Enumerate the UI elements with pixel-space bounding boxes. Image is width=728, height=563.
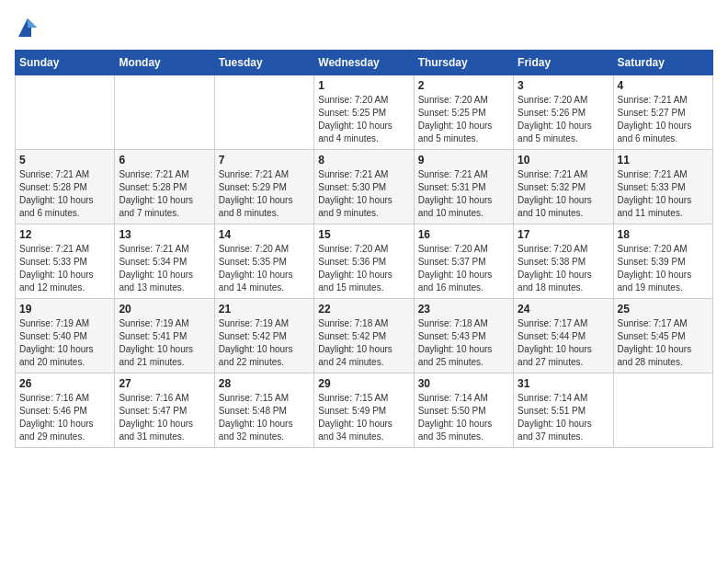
logo — [15, 15, 44, 40]
table-row: 4Sunrise: 7:21 AM Sunset: 5:27 PM Daylig… — [613, 75, 712, 150]
day-info: Sunrise: 7:21 AM Sunset: 5:31 PM Dayligh… — [418, 168, 509, 220]
day-number: 24 — [518, 303, 609, 316]
day-info: Sunrise: 7:17 AM Sunset: 5:45 PM Dayligh… — [618, 317, 709, 369]
day-info: Sunrise: 7:15 AM Sunset: 5:49 PM Dayligh… — [318, 392, 409, 443]
day-number: 21 — [219, 303, 310, 316]
day-info: Sunrise: 7:20 AM Sunset: 5:36 PM Dayligh… — [318, 243, 409, 294]
day-number: 29 — [318, 377, 409, 390]
day-info: Sunrise: 7:21 AM Sunset: 5:33 PM Dayligh… — [618, 168, 709, 220]
day-number: 6 — [119, 154, 210, 167]
day-number: 9 — [418, 154, 509, 167]
table-row: 2Sunrise: 7:20 AM Sunset: 5:25 PM Daylig… — [414, 75, 513, 150]
table-row — [613, 373, 712, 448]
table-row: 9Sunrise: 7:21 AM Sunset: 5:31 PM Daylig… — [414, 150, 513, 224]
day-number: 14 — [219, 228, 310, 241]
table-row: 19Sunrise: 7:19 AM Sunset: 5:40 PM Dayli… — [16, 299, 115, 373]
day-info: Sunrise: 7:20 AM Sunset: 5:26 PM Dayligh… — [518, 94, 609, 145]
day-info: Sunrise: 7:20 AM Sunset: 5:39 PM Dayligh… — [618, 243, 709, 294]
weekday-header-thursday: Thursday — [414, 51, 513, 75]
day-info: Sunrise: 7:21 AM Sunset: 5:33 PM Dayligh… — [19, 243, 110, 294]
day-info: Sunrise: 7:16 AM Sunset: 5:46 PM Dayligh… — [19, 392, 110, 443]
table-row: 27Sunrise: 7:16 AM Sunset: 5:47 PM Dayli… — [115, 373, 214, 448]
calendar-header: SundayMondayTuesdayWednesdayThursdayFrid… — [16, 51, 713, 75]
calendar-table: SundayMondayTuesdayWednesdayThursdayFrid… — [15, 50, 713, 448]
day-number: 30 — [418, 377, 509, 390]
table-row: 11Sunrise: 7:21 AM Sunset: 5:33 PM Dayli… — [613, 150, 712, 224]
day-info: Sunrise: 7:20 AM Sunset: 5:37 PM Dayligh… — [418, 243, 509, 294]
table-row: 29Sunrise: 7:15 AM Sunset: 5:49 PM Dayli… — [314, 373, 414, 448]
calendar-week-3: 12Sunrise: 7:21 AM Sunset: 5:33 PM Dayli… — [16, 224, 713, 299]
day-info: Sunrise: 7:18 AM Sunset: 5:43 PM Dayligh… — [418, 317, 509, 369]
calendar-week-4: 19Sunrise: 7:19 AM Sunset: 5:40 PM Dayli… — [16, 299, 713, 373]
day-info: Sunrise: 7:19 AM Sunset: 5:41 PM Dayligh… — [119, 317, 210, 369]
table-row — [115, 75, 214, 150]
weekday-header-sunday: Sunday — [16, 51, 115, 75]
day-number: 18 — [618, 228, 709, 241]
table-row: 10Sunrise: 7:21 AM Sunset: 5:32 PM Dayli… — [514, 150, 613, 224]
page-header — [15, 15, 713, 40]
day-number: 4 — [618, 79, 709, 92]
day-number: 10 — [518, 154, 609, 167]
weekday-header-saturday: Saturday — [613, 51, 712, 75]
day-number: 1 — [318, 79, 409, 92]
weekday-header-row: SundayMondayTuesdayWednesdayThursdayFrid… — [16, 51, 713, 75]
table-row: 24Sunrise: 7:17 AM Sunset: 5:44 PM Dayli… — [514, 299, 613, 373]
day-number: 15 — [318, 228, 409, 241]
table-row: 7Sunrise: 7:21 AM Sunset: 5:29 PM Daylig… — [214, 150, 313, 224]
day-number: 3 — [518, 79, 609, 92]
logo-icon — [15, 15, 40, 40]
weekday-header-monday: Monday — [115, 51, 214, 75]
table-row: 26Sunrise: 7:16 AM Sunset: 5:46 PM Dayli… — [16, 373, 115, 448]
day-info: Sunrise: 7:19 AM Sunset: 5:40 PM Dayligh… — [19, 317, 110, 369]
day-info: Sunrise: 7:14 AM Sunset: 5:51 PM Dayligh… — [518, 392, 609, 443]
day-info: Sunrise: 7:20 AM Sunset: 5:35 PM Dayligh… — [219, 243, 310, 294]
table-row: 12Sunrise: 7:21 AM Sunset: 5:33 PM Dayli… — [16, 224, 115, 299]
day-info: Sunrise: 7:17 AM Sunset: 5:44 PM Dayligh… — [518, 317, 609, 369]
table-row: 13Sunrise: 7:21 AM Sunset: 5:34 PM Dayli… — [115, 224, 214, 299]
calendar-body: 1Sunrise: 7:20 AM Sunset: 5:25 PM Daylig… — [16, 75, 713, 448]
day-number: 5 — [19, 154, 110, 167]
day-number: 8 — [318, 154, 409, 167]
day-info: Sunrise: 7:14 AM Sunset: 5:50 PM Dayligh… — [418, 392, 509, 443]
table-row: 15Sunrise: 7:20 AM Sunset: 5:36 PM Dayli… — [314, 224, 414, 299]
day-number: 27 — [119, 377, 210, 390]
day-number: 22 — [318, 303, 409, 316]
day-info: Sunrise: 7:15 AM Sunset: 5:48 PM Dayligh… — [219, 392, 310, 443]
weekday-header-tuesday: Tuesday — [214, 51, 313, 75]
svg-marker-1 — [28, 18, 37, 28]
table-row: 3Sunrise: 7:20 AM Sunset: 5:26 PM Daylig… — [514, 75, 613, 150]
day-info: Sunrise: 7:21 AM Sunset: 5:34 PM Dayligh… — [119, 243, 210, 294]
day-number: 19 — [19, 303, 110, 316]
table-row: 20Sunrise: 7:19 AM Sunset: 5:41 PM Dayli… — [115, 299, 214, 373]
table-row: 17Sunrise: 7:20 AM Sunset: 5:38 PM Dayli… — [514, 224, 613, 299]
calendar-week-2: 5Sunrise: 7:21 AM Sunset: 5:28 PM Daylig… — [16, 150, 713, 224]
day-number: 23 — [418, 303, 509, 316]
weekday-header-friday: Friday — [514, 51, 613, 75]
day-number: 13 — [119, 228, 210, 241]
day-info: Sunrise: 7:20 AM Sunset: 5:25 PM Dayligh… — [418, 94, 509, 145]
table-row: 25Sunrise: 7:17 AM Sunset: 5:45 PM Dayli… — [613, 299, 712, 373]
day-info: Sunrise: 7:21 AM Sunset: 5:28 PM Dayligh… — [119, 168, 210, 220]
day-number: 11 — [618, 154, 709, 167]
day-number: 7 — [219, 154, 310, 167]
day-info: Sunrise: 7:21 AM Sunset: 5:32 PM Dayligh… — [518, 168, 609, 220]
day-info: Sunrise: 7:21 AM Sunset: 5:29 PM Dayligh… — [219, 168, 310, 220]
table-row — [214, 75, 313, 150]
day-info: Sunrise: 7:21 AM Sunset: 5:27 PM Dayligh… — [618, 94, 709, 145]
table-row: 30Sunrise: 7:14 AM Sunset: 5:50 PM Dayli… — [414, 373, 513, 448]
day-number: 16 — [418, 228, 509, 241]
table-row: 6Sunrise: 7:21 AM Sunset: 5:28 PM Daylig… — [115, 150, 214, 224]
table-row: 1Sunrise: 7:20 AM Sunset: 5:25 PM Daylig… — [314, 75, 414, 150]
day-info: Sunrise: 7:16 AM Sunset: 5:47 PM Dayligh… — [119, 392, 210, 443]
day-number: 25 — [618, 303, 709, 316]
day-info: Sunrise: 7:21 AM Sunset: 5:28 PM Dayligh… — [19, 168, 110, 220]
day-info: Sunrise: 7:20 AM Sunset: 5:38 PM Dayligh… — [518, 243, 609, 294]
day-number: 31 — [518, 377, 609, 390]
table-row: 31Sunrise: 7:14 AM Sunset: 5:51 PM Dayli… — [514, 373, 613, 448]
day-info: Sunrise: 7:18 AM Sunset: 5:42 PM Dayligh… — [318, 317, 409, 369]
day-number: 2 — [418, 79, 509, 92]
day-number: 12 — [19, 228, 110, 241]
table-row: 28Sunrise: 7:15 AM Sunset: 5:48 PM Dayli… — [214, 373, 313, 448]
table-row: 16Sunrise: 7:20 AM Sunset: 5:37 PM Dayli… — [414, 224, 513, 299]
table-row: 23Sunrise: 7:18 AM Sunset: 5:43 PM Dayli… — [414, 299, 513, 373]
